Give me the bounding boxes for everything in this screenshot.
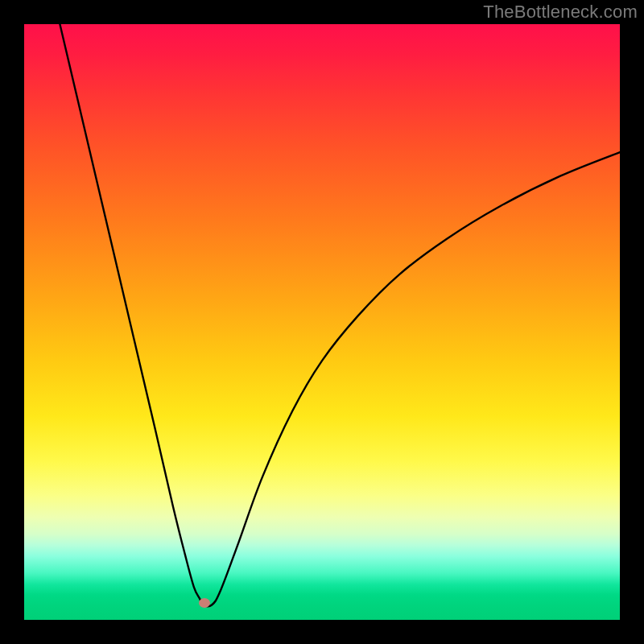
bottleneck-curve (60, 24, 620, 606)
plot-area (24, 24, 620, 620)
watermark-text: TheBottleneck.com (483, 2, 638, 23)
curve-layer (24, 24, 620, 620)
minimum-marker (199, 598, 210, 608)
chart-frame: TheBottleneck.com (0, 0, 644, 644)
